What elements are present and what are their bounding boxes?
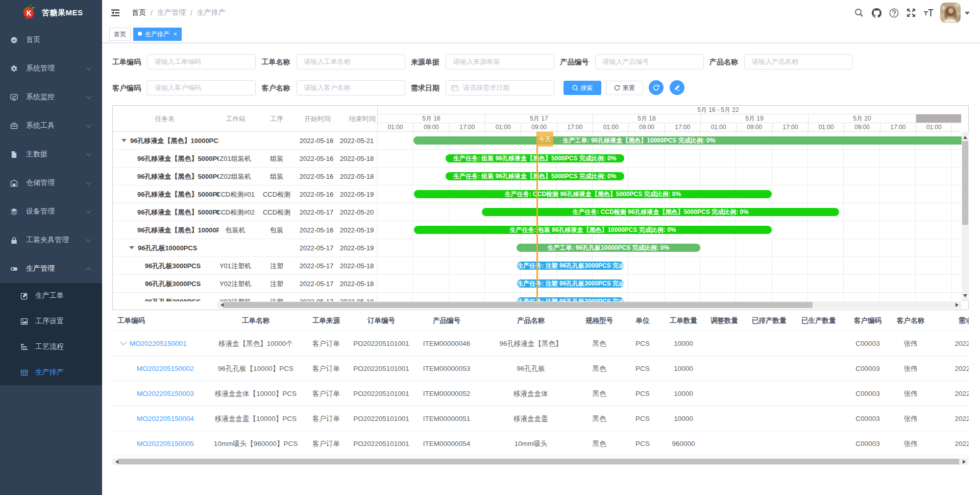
gantt-hour-cell: 09:00 [736, 123, 772, 132]
sidebar-item-0[interactable]: 首页 [0, 26, 102, 54]
tab-1[interactable]: 生产排产× [133, 28, 182, 41]
filter-input-r2-1[interactable]: 请输入客户名称 [297, 80, 405, 96]
tab-0[interactable]: 首页 [109, 28, 131, 41]
sidebar-item-label: 主数据 [26, 150, 47, 159]
gantt-bar[interactable]: 生产任务: 注塑 96孔孔板3000PCS 完成比例: 0% [517, 297, 623, 301]
workorder-link[interactable]: MO202205150003 [137, 390, 194, 397]
workorder-link[interactable]: MO202205150001 [130, 340, 187, 347]
avatar[interactable] [940, 3, 961, 23]
sidebar-subitem-3[interactable]: 生产排产 [0, 360, 102, 385]
collapse-triangle-icon[interactable] [121, 139, 127, 145]
gantt-bar[interactable]: 生产任务: 组装 96孔移液盒【黑色】5000PCS 完成比例: 0% [446, 172, 624, 180]
gantt-hour-cell: 01:00 [485, 123, 521, 132]
gantt-bar[interactable]: 生产任务: 注塑 96孔孔板3000PCS 完成比例: 0% [517, 262, 623, 270]
sidebar-item-2[interactable]: 系统监控 [0, 83, 102, 111]
help-icon[interactable] [885, 0, 902, 26]
hamburger-icon[interactable] [111, 9, 119, 17]
gantt-bar[interactable]: 生产任务: 包装 96孔移液盒【黑色】10000PCS 完成比例: 0% [414, 226, 772, 234]
gantt-bar[interactable]: 生产工单: 96孔孔板10000PCS 完成比例: 0% [517, 244, 700, 252]
sidebar-item-1[interactable]: 系统管理 [0, 54, 102, 83]
gantt-hour-cell [951, 123, 961, 132]
gantt-vertical-scrollbar[interactable] [962, 132, 969, 301]
gantt-grid-row[interactable]: 96孔移液盒【黑色】5000PCS Z01组装机 组装 2022-05-16 2… [113, 150, 377, 168]
table-cell: PCS [635, 356, 650, 381]
github-icon[interactable] [868, 0, 885, 26]
table-cell: 移液盒盒盖【10000】PCS [215, 406, 297, 431]
gantt-task-name: 96孔移液盒【黑色】5000PCS [137, 208, 219, 216]
sidebar-item-4[interactable]: 主数据 [0, 140, 102, 169]
filter-input-2[interactable]: 请输入来源单据 [446, 54, 554, 69]
sidebar-subitem-0[interactable]: 生产工单 [0, 283, 102, 309]
user-menu[interactable] [940, 3, 976, 23]
gantt-grid-row[interactable]: 96孔移液盒【黑色】10000PCS 包装机 包装 2022-05-16 202… [113, 221, 377, 239]
gantt-bar[interactable]: 生产任务: CCD检测 96孔移液盒【黑色】5000PCS 完成比例: 0% [414, 190, 772, 198]
gantt-gridline [736, 132, 736, 301]
refresh-gantt-button[interactable] [649, 80, 664, 95]
expand-arrow-icon[interactable] [120, 339, 127, 345]
fullscreen-icon[interactable] [902, 0, 920, 26]
filter-input-1[interactable]: 请输入工单名称 [297, 54, 405, 69]
sidebar-item-7[interactable]: 工装夹具管理 [0, 226, 102, 254]
reset-button[interactable]: 重置 [606, 81, 643, 95]
filter-input-4[interactable]: 请输入产品名称 [744, 54, 853, 69]
table-cell: PCS [635, 331, 650, 356]
search-button[interactable]: 搜索 [564, 81, 601, 95]
edit-button[interactable] [670, 80, 684, 95]
table-cell: 客户订单 [312, 381, 340, 406]
sidebar-item-8[interactable]: 生产管理 [0, 254, 102, 283]
workorder-link[interactable]: MO202205150002 [137, 365, 194, 372]
table-horizontal-scrollbar[interactable] [112, 458, 969, 465]
filter-input-r2-2[interactable]: 请选择需求日期 [446, 80, 554, 96]
table-cell: 2022-05-21 [954, 381, 969, 406]
gantt-grid-row[interactable]: 96孔移液盒【黑色】5000PCS CCD检测#02 CCD检测 2022-05… [113, 203, 377, 221]
gantt-grid-row[interactable]: 96孔孔板10000PCS 2022-05-17 2022-05-19 [113, 239, 377, 257]
font-size-icon[interactable] [920, 0, 937, 26]
gantt-bar[interactable]: 生产任务: 注塑 96孔孔板3000PCS 完成比例: 0% [517, 279, 623, 288]
sidebar-subitem-1[interactable]: 工序设置 [0, 309, 102, 334]
gantt-hour-cell: 17:00 [880, 123, 916, 132]
table-cell: 黑色 [593, 406, 606, 431]
breadcrumb-item-0[interactable]: 首页 [132, 8, 146, 17]
tab-close-icon[interactable]: × [174, 31, 177, 38]
filter-input-r2-0[interactable]: 请输入客户编码 [147, 80, 256, 96]
layers-icon [10, 208, 18, 216]
gantt-horizontal-scrollbar[interactable] [217, 301, 962, 309]
table-cell: 2022-05-21 [954, 406, 969, 431]
table-cell: 张伟 [904, 431, 918, 456]
gantt-grid-row[interactable]: 96孔移液盒【黑色】5000PCS CCD检测#01 CCD检测 2022-05… [113, 185, 377, 203]
sidebar-subitem-2[interactable]: 工艺流程 [0, 334, 102, 360]
gantt-grid-row[interactable]: 96孔孔板3000PCS Y02注塑机 注塑 2022-05-17 2022-0… [113, 275, 377, 293]
sidebar-item-3[interactable]: 系统工具 [0, 111, 102, 140]
gantt-end-date: 2022-05-18 [340, 257, 374, 275]
gantt-grid-row[interactable]: 96孔孔板3000PCS Y03注塑机 注塑 2022-05-17 2022-0… [113, 293, 377, 301]
gantt-hour-row: 01:0009:0017:0001:0009:0017:0001:0009:00… [377, 123, 961, 132]
gantt-hour-cell: 17:00 [449, 123, 485, 132]
gantt-hour-cell: 01:00 [377, 123, 413, 132]
gantt-chart: 任务名工作站工序开始时间结束时间 5月 16 - 5月 22 5月 165月 1… [112, 105, 969, 310]
filter-label: 客户编码 [112, 80, 142, 96]
gantt-bar[interactable]: 生产任务: 组装 96孔移液盒【黑色】5000PCS 完成比例: 0% [446, 154, 624, 162]
search-icon[interactable] [850, 0, 868, 26]
gantt-workstation: Y01注塑机 [219, 257, 251, 275]
breadcrumb-separator: / [151, 9, 153, 17]
table-cell: PO202205101001 [353, 431, 409, 456]
workorder-link[interactable]: MO202205150004 [137, 415, 194, 422]
gantt-workstation: Z02组装机 [219, 168, 251, 185]
table-column-header: 规格型号 [585, 310, 613, 331]
gantt-grid-row[interactable]: 96孔移液盒【黑色】5000PCS Z02组装机 组装 2022-05-16 2… [113, 168, 377, 185]
gantt-grid-row[interactable]: 96孔移液盒【黑色】10000PCS 2022-05-16 2022-05-21 [113, 132, 377, 150]
workorder-link[interactable]: MO202205150005 [137, 440, 194, 447]
gantt-bar[interactable]: 生产任务: CCD检测 96孔移液盒【黑色】5000PCS 完成比例: 0% [482, 208, 839, 216]
filter-input-0[interactable]: 请输入工单编码 [147, 54, 256, 69]
sidebar-item-5[interactable]: 仓储管理 [0, 169, 102, 197]
sidebar-item-6[interactable]: 设备管理 [0, 197, 102, 226]
gantt-process: CCD检测 [263, 203, 290, 221]
gantt-bar[interactable]: 生产工单: 96孔移液盒【黑色】10000PCS 完成比例: 0% [413, 136, 962, 145]
breadcrumb-item-1: 生产管理 [157, 8, 186, 17]
collapse-triangle-icon[interactable] [129, 246, 134, 252]
app-logo[interactable]: 苦糖果MES [0, 0, 102, 26]
filter-input-3[interactable]: 请输入产品编号 [595, 54, 704, 69]
tab-label: 首页 [114, 31, 126, 38]
gantt-grid-row[interactable]: 96孔孔板3000PCS Y01注塑机 注塑 2022-05-17 2022-0… [113, 257, 377, 275]
table-header: 工单编码工单名称工单来源订单编号产品编号产品名称规格型号单位工单数量调整数量已排… [112, 310, 969, 331]
